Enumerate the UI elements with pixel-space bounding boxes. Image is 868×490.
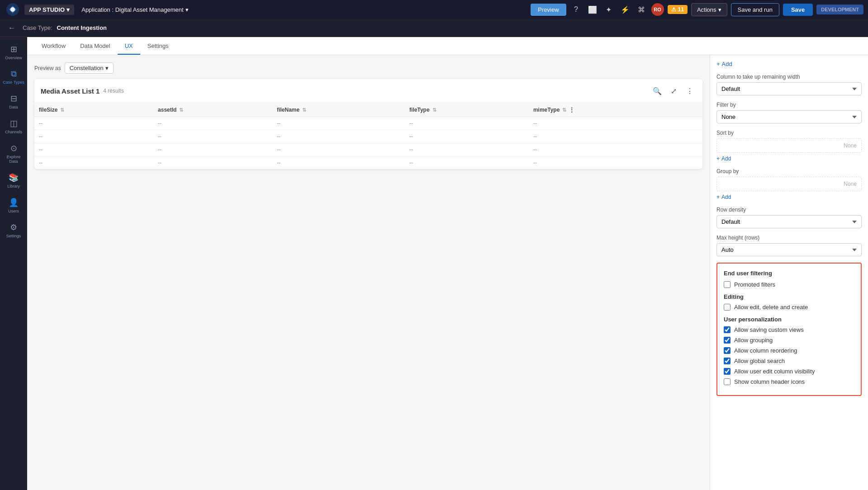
sidebar-item-label: Overview <box>5 56 22 60</box>
data-icon: ⊟ <box>10 94 17 104</box>
table-row: -- -- -- -- -- <box>34 130 702 143</box>
max-height-select[interactable]: Auto <box>716 243 862 256</box>
add-column-button[interactable]: + Add <box>716 61 732 67</box>
sidebar-item-case-types[interactable]: ⧉ Case Types <box>0 66 27 88</box>
save-and-run-button[interactable]: Save and run <box>731 3 779 16</box>
col-assetid-label: assetId <box>158 107 176 113</box>
row-density-select[interactable]: Default <box>716 215 862 228</box>
cell-filename: -- <box>272 117 405 130</box>
sidebar-item-label: Settings <box>6 234 21 238</box>
save-button[interactable]: Save <box>783 4 813 16</box>
expand-icon-button[interactable]: ⤢ <box>667 85 680 97</box>
preview-as-label: Preview as <box>34 65 61 71</box>
tab-workflow[interactable]: Workflow <box>34 38 73 55</box>
top-navigation: APP STUDIO ▾ Application : Digital Asset… <box>0 0 868 19</box>
preview-select[interactable]: Constellation ▾ <box>65 62 114 74</box>
col-filesize-label: fileSize <box>39 107 57 113</box>
sparkle-icon[interactable]: ✦ <box>602 3 615 16</box>
table-row: -- -- -- -- -- <box>34 117 702 130</box>
plus-icon: + <box>716 155 720 162</box>
allow-edit-visibility-checkbox[interactable] <box>724 368 730 375</box>
sort-by-none: None <box>716 138 862 153</box>
cell-filesize: -- <box>34 117 153 130</box>
actions-button[interactable]: Actions ▾ <box>691 3 727 16</box>
sort-by-section: Sort by None + Add <box>716 130 862 162</box>
col-filename: fileName ⇅ <box>272 103 405 117</box>
avatar: RO <box>651 3 664 16</box>
allow-column-reordering-checkbox[interactable] <box>724 347 730 354</box>
sort-add-button[interactable]: + Add <box>716 155 731 162</box>
app-logo <box>5 1 21 18</box>
development-badge[interactable]: DEVELOPMENT <box>816 5 863 14</box>
sidebar-item-channels[interactable]: ◫ Channels <box>0 115 27 138</box>
allow-edit-checkbox[interactable] <box>724 304 730 311</box>
allow-saving-views-checkbox[interactable] <box>724 326 730 333</box>
case-type-label: Case Type: <box>23 24 52 31</box>
data-list-count: 4 results <box>103 88 123 94</box>
max-height-label: Max height (rows) <box>716 235 862 241</box>
tab-ux[interactable]: UX <box>118 38 140 55</box>
show-column-header-icons-label: Show column header icons <box>734 378 805 385</box>
cell-mimetype: -- <box>529 117 702 130</box>
allow-global-search-checkbox[interactable] <box>724 358 730 364</box>
app-studio-button[interactable]: APP STUDIO ▾ <box>24 5 74 15</box>
app-name-button[interactable]: Application : Digital Asset Management ▾ <box>78 5 192 15</box>
data-list-card: Media Asset List 1 4 results 🔍 ⤢ ⋮ <box>34 79 702 169</box>
filter-by-select[interactable]: None <box>716 110 862 123</box>
row-density-section: Row density Default <box>716 207 862 228</box>
tab-data-model[interactable]: Data Model <box>73 38 117 55</box>
svg-point-1 <box>10 7 15 12</box>
preview-button[interactable]: Preview <box>531 4 566 16</box>
cell-assetid: -- <box>153 117 272 130</box>
sidebar-item-data[interactable]: ⊟ Data <box>0 90 27 113</box>
top-nav-right: Preview ? ⬜ ✦ ⚡ ⌘ RO ⚠ 11 Actions ▾ Save… <box>531 3 863 16</box>
plus-icon: + <box>716 194 720 200</box>
group-by-section: Group by None + Add <box>716 168 862 200</box>
help-icon[interactable]: ? <box>570 3 583 16</box>
users-icon: 👤 <box>9 198 19 207</box>
sidebar-item-overview[interactable]: ⊞ Overview <box>0 41 27 64</box>
settings-icon: ⚙ <box>10 222 17 232</box>
plus-icon: + <box>716 61 720 67</box>
app-name-label: Application : Digital Asset Management <box>81 6 183 13</box>
lightning-icon[interactable]: ⚡ <box>619 3 631 16</box>
sidebar-item-label: Library <box>7 184 20 188</box>
more-options-button[interactable]: ⋮ <box>683 85 696 97</box>
add-label: Add <box>721 155 731 162</box>
show-column-header-icons-checkbox[interactable] <box>724 378 730 385</box>
device-icon[interactable]: ⬜ <box>586 3 599 16</box>
column-width-label: Column to take up remaining width <box>716 74 862 80</box>
main-content: Preview as Constellation ▾ Media Asset L… <box>27 55 868 490</box>
sidebar-item-explore-data[interactable]: ⊙ Explore Data <box>0 140 27 167</box>
cell-filesize: -- <box>34 143 153 156</box>
table-body: -- -- -- -- -- -- -- -- -- <box>34 117 702 170</box>
tab-settings[interactable]: Settings <box>140 38 176 55</box>
allow-grouping-row: Allow grouping <box>724 337 854 344</box>
sidebar-item-library[interactable]: 📚 Library <box>0 169 27 192</box>
overview-icon: ⊞ <box>10 44 17 54</box>
connect-icon[interactable]: ⌘ <box>635 3 648 16</box>
max-height-section: Max height (rows) Auto <box>716 235 862 256</box>
chevron-down-icon: ▾ <box>718 6 721 13</box>
sidebar-item-users[interactable]: 👤 Users <box>0 194 27 217</box>
allow-grouping-label: Allow grouping <box>734 337 773 344</box>
back-button[interactable]: ← <box>5 23 18 33</box>
allow-grouping-checkbox[interactable] <box>724 337 730 344</box>
warning-badge: ⚠ 11 <box>668 5 688 14</box>
sidebar-item-label: Data <box>9 105 18 109</box>
add-label: Add <box>722 61 732 67</box>
column-width-select[interactable]: Default <box>716 82 862 95</box>
chevron-down-icon: ▾ <box>105 65 109 71</box>
cell-filetype: -- <box>405 143 529 156</box>
cell-assetid: -- <box>153 143 272 156</box>
promoted-filters-checkbox[interactable] <box>724 281 730 288</box>
sort-icon: ⇅ <box>179 107 183 113</box>
group-add-button[interactable]: + Add <box>716 194 731 200</box>
col-filetype-label: fileType <box>409 107 429 113</box>
search-icon-button[interactable]: 🔍 <box>651 85 664 97</box>
explore-data-icon: ⊙ <box>10 143 17 153</box>
cell-mimetype: -- <box>529 130 702 143</box>
warning-icon: ⚠ <box>671 6 676 13</box>
sidebar-item-settings[interactable]: ⚙ Settings <box>0 219 27 242</box>
end-user-filtering-title: End user filtering <box>724 270 854 277</box>
